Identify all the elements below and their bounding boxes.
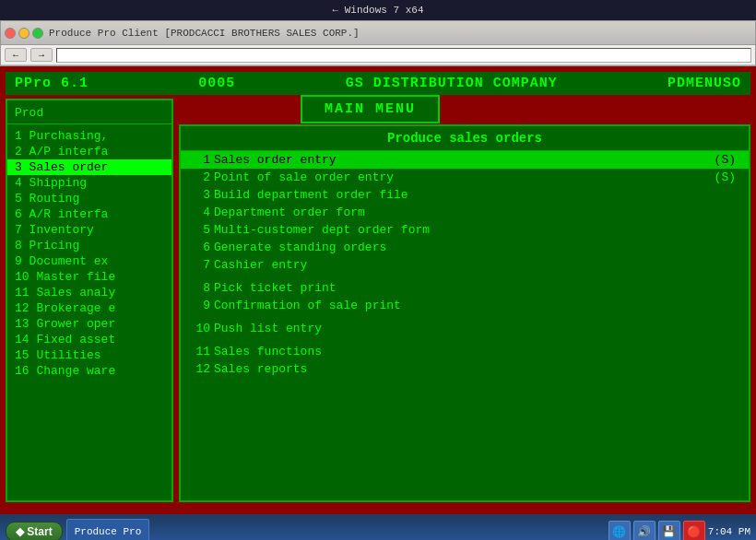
network-icon: 🌐 xyxy=(608,521,631,540)
right-panel: Produce sales orders 1 Sales order entry… xyxy=(179,124,750,502)
header-ppro: PPro 6.1 xyxy=(15,76,89,91)
right-menu-item-7[interactable]: 7 Cashier entry xyxy=(181,256,749,274)
start-button[interactable]: ◆ Start xyxy=(6,522,63,540)
app-header: PPro 6.1 0005 GS DISTRIBUTION COMPANY PD… xyxy=(6,72,750,95)
content-area: MAIN MENU Prod 1 Purchasing, 2 A/P inter… xyxy=(6,99,750,502)
left-menu-item-13[interactable]: 13 Grower oper xyxy=(7,316,171,332)
right-menu-item-5[interactable]: 5 Multi-customer dept order form xyxy=(181,221,749,239)
left-menu-item-10[interactable]: 10 Master file xyxy=(7,269,171,285)
left-menu-item-16[interactable]: 16 Change ware xyxy=(7,363,171,379)
window-chrome: Produce Pro Client [PRODCACCI BROTHERS S… xyxy=(0,20,756,66)
volume-icon: 🔊 xyxy=(633,521,656,540)
right-menu-item-10[interactable]: 10 Push list entry xyxy=(181,320,749,337)
right-menu-item-6[interactable]: 6 Generate standing orders xyxy=(181,239,749,256)
taskbar-system-icons: 🌐 🔊 💾 🔴 7:04 PM xyxy=(608,521,750,540)
minimize-button[interactable] xyxy=(18,28,30,39)
left-menu-item-2[interactable]: 2 A/P interfa xyxy=(7,144,171,159)
right-menu-item-4[interactable]: 4 Department order form xyxy=(181,204,749,221)
maximize-button[interactable] xyxy=(32,28,43,39)
right-menu-item-2[interactable]: 2 Point of sale order entry (S) xyxy=(181,169,749,186)
left-menu-item-14[interactable]: 14 Fixed asset xyxy=(7,332,171,347)
window-titlebar: Produce Pro Client [PRODCACCI BROTHERS S… xyxy=(1,21,755,45)
window-toolbar: ← → xyxy=(1,45,755,65)
window-title: Produce Pro Client [PRODCACCI BROTHERS S… xyxy=(49,28,360,39)
taskbar: ◆ Start Produce Pro 🌐 🔊 💾 🔴 7:04 PM xyxy=(0,514,756,540)
right-menu-item-9[interactable]: 9 Confirmation of sale print xyxy=(181,297,749,314)
right-panel-title: Produce sales orders xyxy=(181,126,749,151)
close-button[interactable] xyxy=(5,28,16,39)
right-menu-item-11[interactable]: 11 Sales functions xyxy=(181,343,749,360)
taskbar-time: 7:04 PM xyxy=(708,526,750,537)
header-company: GS DISTRIBUTION COMPANY xyxy=(346,76,558,91)
main-menu-box: MAIN MENU xyxy=(301,95,440,123)
os-topbar: ← Windows 7 x64 xyxy=(0,0,756,20)
left-panel-title: Prod xyxy=(7,104,171,124)
header-user: PDMENUSO xyxy=(667,76,741,91)
left-menu-item-1[interactable]: 1 Purchasing, xyxy=(7,128,171,144)
left-menu-item-8[interactable]: 8 Pricing xyxy=(7,238,171,253)
app-area: PPro 6.1 0005 GS DISTRIBUTION COMPANY PD… xyxy=(0,66,756,514)
left-menu-item-7[interactable]: 7 Inventory xyxy=(7,222,171,238)
right-menu-item-1[interactable]: 1 Sales order entry (S) xyxy=(181,151,749,169)
window-buttons xyxy=(5,28,43,39)
left-menu-item-5[interactable]: 5 Routing xyxy=(7,191,171,206)
left-menu-item-12[interactable]: 12 Brokerage e xyxy=(7,300,171,316)
back-button[interactable]: ← xyxy=(5,48,27,62)
left-menu-item-9[interactable]: 9 Document ex xyxy=(7,253,171,269)
main-menu-title: MAIN MENU xyxy=(325,101,416,117)
taskbar-icon-red: 🔴 xyxy=(683,521,705,540)
os-topbar-title: ← Windows 7 x64 xyxy=(332,5,423,16)
taskbar-icon-3: 💾 xyxy=(658,521,680,540)
right-menu-item-3[interactable]: 3 Build department order file xyxy=(181,186,749,204)
left-menu-item-3[interactable]: 3 Sales order xyxy=(7,159,171,175)
header-store: 0005 xyxy=(198,76,235,91)
left-panel: Prod 1 Purchasing, 2 A/P interfa 3 Sales… xyxy=(6,99,173,502)
address-bar[interactable] xyxy=(56,48,751,63)
left-menu-item-4[interactable]: 4 Shipping xyxy=(7,175,171,191)
left-menu-item-15[interactable]: 15 Utilities xyxy=(7,347,171,363)
right-menu-item-12[interactable]: 12 Sales reports xyxy=(181,360,749,378)
right-menu-item-8[interactable]: 8 Pick ticket print xyxy=(181,279,749,297)
left-menu-item-6[interactable]: 6 A/R interfa xyxy=(7,206,171,222)
taskbar-app-item[interactable]: Produce Pro xyxy=(66,519,150,540)
forward-button[interactable]: → xyxy=(30,48,53,62)
left-menu-item-11[interactable]: 11 Sales analy xyxy=(7,285,171,300)
